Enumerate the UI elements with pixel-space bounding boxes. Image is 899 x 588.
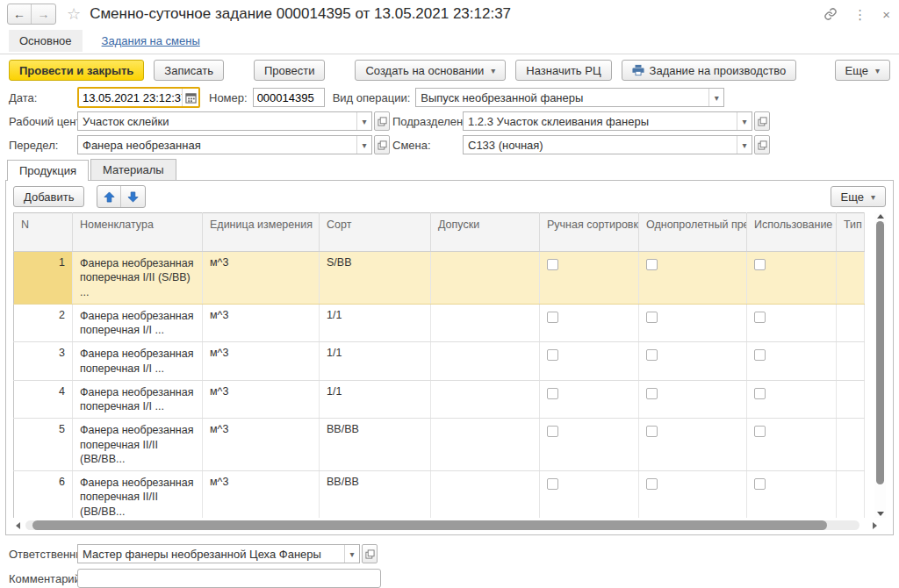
grade-cell: 1/1 xyxy=(320,304,431,342)
stage-combobox[interactable]: Фанера необрезанная ▾ xyxy=(77,135,372,154)
calendar-button[interactable] xyxy=(182,89,198,106)
type-cell xyxy=(837,380,865,419)
vertical-scrollbar[interactable] xyxy=(874,212,886,518)
responsible-open-button[interactable] xyxy=(362,544,378,563)
tab-materials[interactable]: Материалы xyxy=(90,159,176,180)
col-header-grade[interactable]: Сорт xyxy=(320,213,431,252)
close-button[interactable]: × xyxy=(882,8,890,21)
nomenclature-cell: Фанера необрезанная поперечная I/I ... xyxy=(73,304,203,342)
col-header-unit[interactable]: Единица измерения xyxy=(203,213,320,252)
add-row-button[interactable]: Добавить xyxy=(13,186,84,207)
spg-usage-checkbox[interactable] xyxy=(754,349,766,361)
form-nav: Основное Задания на смены xyxy=(0,28,899,54)
stage-open-button[interactable] xyxy=(374,135,390,154)
col-header-tolerances[interactable]: Допуски xyxy=(431,213,540,252)
table-row[interactable]: 4Фанера необрезанная поперечная I/I ...м… xyxy=(14,380,865,419)
single-span-press-checkbox[interactable] xyxy=(646,426,658,437)
scroll-left-icon[interactable] xyxy=(16,522,20,529)
spg-usage-checkbox[interactable] xyxy=(754,388,766,399)
operation-combobox[interactable]: Выпуск необрезанной фанеры ▾ xyxy=(415,88,724,107)
col-header-nomenclature[interactable]: Номенклатура xyxy=(73,213,203,252)
table-row[interactable]: 5Фанера необрезанная поперечная II/II (B… xyxy=(14,419,865,471)
back-icon: ← xyxy=(13,7,25,21)
post-button[interactable]: Провести xyxy=(254,60,326,81)
spg-usage-checkbox[interactable] xyxy=(754,426,766,437)
shift-combobox[interactable]: С133 (ночная) ▾ xyxy=(463,135,752,154)
post-and-close-button[interactable]: Провести и закрыть xyxy=(9,60,144,81)
chevron-down-icon[interactable]: ▾ xyxy=(356,112,371,130)
manual-sort-checkbox[interactable] xyxy=(547,349,558,361)
table-row[interactable]: 6Фанера необрезанная поперечная II/II (B… xyxy=(14,471,865,519)
back-button[interactable]: ← xyxy=(8,4,32,24)
number-input[interactable] xyxy=(253,88,325,107)
col-header-single-span-press[interactable]: Однопролетный пресс xyxy=(639,213,747,252)
scroll-down-icon[interactable] xyxy=(877,512,884,516)
product-rows: 1Фанера необрезанная поперечная I/II (S/… xyxy=(14,252,865,519)
department-open-button[interactable] xyxy=(754,111,770,131)
open-icon xyxy=(378,117,387,126)
spg-usage-cell xyxy=(747,380,837,419)
more-menu-button[interactable]: ⋮ xyxy=(853,8,867,21)
single-span-press-cell xyxy=(639,304,747,342)
move-up-button[interactable] xyxy=(97,186,121,207)
forward-button[interactable]: → xyxy=(32,4,55,24)
scroll-right-icon[interactable] xyxy=(873,522,877,529)
single-span-press-checkbox[interactable] xyxy=(646,349,658,361)
chevron-down-icon[interactable]: ▾ xyxy=(356,136,371,154)
unit-cell: м^3 xyxy=(203,380,320,419)
move-down-button[interactable] xyxy=(121,186,145,207)
col-header-manual-sort[interactable]: Ручная сортировка xyxy=(540,213,639,252)
single-span-press-cell xyxy=(639,471,747,519)
chevron-down-icon[interactable]: ▾ xyxy=(344,545,359,563)
col-header-type[interactable]: Тип xyxy=(837,213,865,252)
single-span-press-checkbox[interactable] xyxy=(646,312,658,323)
table-row[interactable]: 3Фанера необрезанная поперечная I/I ...м… xyxy=(14,342,865,381)
scroll-up-icon[interactable] xyxy=(877,214,884,219)
spg-usage-checkbox[interactable] xyxy=(754,259,766,270)
col-header-spg-usage[interactable]: Использование СПГ xyxy=(747,213,837,252)
col-header-n[interactable]: N xyxy=(14,213,73,252)
chevron-down-icon[interactable]: ▾ xyxy=(737,112,752,130)
table-row[interactable]: 1Фанера необрезанная поперечная I/II (S/… xyxy=(14,252,865,305)
table-row[interactable]: 2Фанера необрезанная поперечная I/I ...м… xyxy=(14,304,865,342)
link-button[interactable] xyxy=(823,7,838,21)
nomenclature-cell: Фанера необрезанная поперечная II/II (BB… xyxy=(73,419,203,471)
create-based-on-button[interactable]: Создать на основании ▾ xyxy=(355,60,506,81)
spg-usage-checkbox[interactable] xyxy=(754,478,766,490)
manual-sort-checkbox[interactable] xyxy=(547,312,558,323)
more-button[interactable]: Еще ▾ xyxy=(835,60,890,81)
table-more-button[interactable]: Еще ▾ xyxy=(831,186,886,207)
department-combobox[interactable]: 1.2.3 Участок склеивания фанеры ▾ xyxy=(463,111,752,131)
responsible-combobox[interactable]: Мастер фанеры необрезанной Цеха Фанеры ▾ xyxy=(77,544,360,563)
type-cell xyxy=(837,304,865,342)
horizontal-scrollbar[interactable] xyxy=(13,520,886,531)
single-span-press-checkbox[interactable] xyxy=(646,388,658,399)
vertical-scroll-thumb[interactable] xyxy=(876,221,884,484)
manual-sort-checkbox[interactable] xyxy=(547,388,558,399)
nav-link-shift-tasks[interactable]: Задания на смены xyxy=(102,34,200,47)
write-button[interactable]: Записать xyxy=(154,60,224,81)
grade-cell: 1/1 xyxy=(320,342,431,381)
work-center-open-button[interactable] xyxy=(374,111,390,131)
manual-sort-checkbox[interactable] xyxy=(547,478,558,490)
nav-tab-main[interactable]: Основное xyxy=(9,30,83,52)
manual-sort-checkbox[interactable] xyxy=(547,426,558,437)
spg-usage-cell xyxy=(747,471,837,519)
single-span-press-checkbox[interactable] xyxy=(646,478,658,490)
assign-rc-button[interactable]: Назначить РЦ xyxy=(515,60,611,81)
horizontal-scroll-thumb[interactable] xyxy=(32,520,827,530)
favorite-star-icon[interactable]: ☆ xyxy=(67,4,81,24)
spg-usage-checkbox[interactable] xyxy=(754,312,766,323)
work-center-combobox[interactable]: Участок склейки ▾ xyxy=(77,111,372,131)
chevron-down-icon[interactable]: ▾ xyxy=(708,89,723,106)
comment-input[interactable] xyxy=(77,569,381,588)
date-input[interactable] xyxy=(79,89,182,106)
date-field[interactable] xyxy=(77,87,200,108)
tab-products[interactable]: Продукция xyxy=(7,160,89,181)
single-span-press-checkbox[interactable] xyxy=(646,259,658,270)
more-vertical-icon: ⋮ xyxy=(853,7,867,22)
production-task-button[interactable]: Задание на производство xyxy=(622,60,797,81)
manual-sort-checkbox[interactable] xyxy=(547,259,558,270)
shift-open-button[interactable] xyxy=(754,135,770,154)
chevron-down-icon[interactable]: ▾ xyxy=(737,136,752,154)
